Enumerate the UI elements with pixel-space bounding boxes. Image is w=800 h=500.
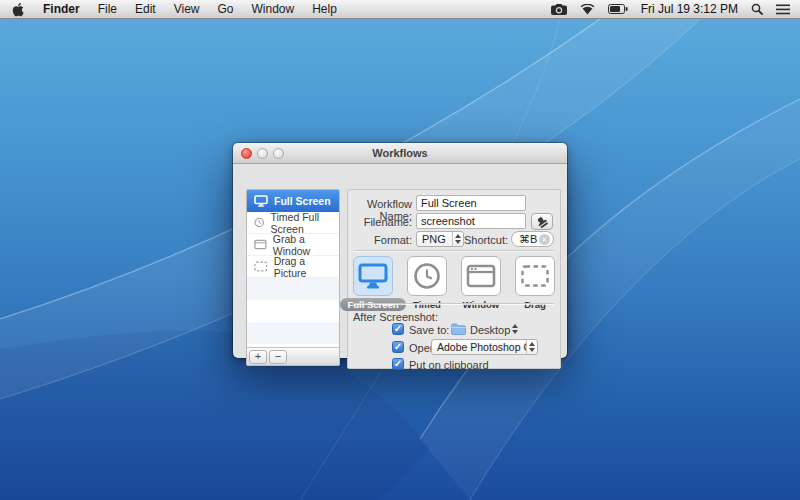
menu-view[interactable]: View [165, 0, 209, 18]
workflows-window: Workflows Full Screen Timed Full Screen [233, 143, 567, 358]
window-content: Full Screen Timed Full Screen Grab a Win… [233, 164, 567, 358]
apple-menu[interactable] [0, 0, 34, 18]
mode-label: Drag [524, 299, 546, 310]
menu-file[interactable]: File [89, 0, 126, 18]
sidebar-item-label: Full Screen [274, 195, 331, 207]
mode-label: Full Screen [340, 298, 405, 311]
mode-label: Window [463, 299, 499, 310]
workflow-list: Full Screen Timed Full Screen Grab a Win… [246, 189, 340, 366]
menu-window[interactable]: Window [243, 0, 304, 18]
clipboard-checkbox[interactable]: ✓ [392, 358, 404, 370]
drag-icon [254, 261, 268, 272]
open-in-value: Adobe Photoshop CS5 [432, 341, 526, 353]
sidebar-item-full-screen[interactable]: Full Screen [247, 190, 339, 212]
open-in-popup[interactable]: Adobe Photoshop CS5 [431, 339, 538, 355]
sidebar-item-grab-a-window[interactable]: Grab a Window [247, 234, 339, 256]
after-screenshot-title: After Screenshot: [353, 311, 438, 323]
filename-token-button[interactable] [531, 213, 553, 230]
mode-label: Timed [413, 299, 441, 310]
clock-icon [254, 216, 265, 229]
format-popup[interactable]: PNG [416, 231, 464, 247]
sidebar-item-label: Grab a Window [273, 233, 339, 257]
clear-shortcut-icon[interactable]: ✕ [539, 234, 550, 245]
save-to-value[interactable]: Desktop [470, 324, 510, 336]
format-label: Format: [348, 234, 412, 246]
wifi-menu-icon[interactable] [580, 4, 595, 15]
remove-workflow-button[interactable]: − [269, 350, 287, 364]
workflow-list-toolbar: + − [247, 347, 339, 365]
window-icon [254, 239, 267, 250]
workflow-list-empty-rows [247, 278, 339, 347]
folder-icon [451, 323, 466, 335]
format-value: PNG [417, 233, 452, 245]
menu-bar-clock[interactable]: Fri Jul 19 3:12 PM [641, 2, 738, 16]
popup-stepper-icon [526, 340, 537, 354]
menu-help[interactable]: Help [303, 0, 346, 18]
shortcut-label: Shortcut: [462, 234, 508, 246]
sidebar-item-label: Timed Full Screen [271, 211, 340, 235]
clock-icon [413, 262, 441, 290]
save-to-checkbox[interactable]: ✓ [392, 323, 404, 335]
window-title-bar[interactable]: Workflows [233, 143, 567, 164]
apple-logo-icon [11, 2, 24, 17]
save-to-stepper-icon[interactable] [512, 324, 518, 334]
shortcut-value: ⌘B [519, 233, 537, 246]
sidebar-item-timed-full-screen[interactable]: Timed Full Screen [247, 212, 339, 234]
window-icon [466, 264, 496, 288]
menu-bar: Finder File Edit View Go Window Help [0, 0, 800, 19]
section-divider [354, 250, 554, 251]
display-icon [358, 263, 388, 289]
add-workflow-button[interactable]: + [249, 350, 267, 364]
filename-input[interactable] [416, 213, 526, 229]
camera-menu-icon[interactable] [551, 4, 567, 15]
shortcut-field[interactable]: ⌘B ✕ [511, 231, 554, 247]
battery-menu-icon[interactable] [608, 4, 628, 14]
menu-edit[interactable]: Edit [126, 0, 165, 18]
workflow-name-input[interactable] [416, 195, 526, 211]
save-to-label: Save to: [409, 324, 449, 336]
workflow-detail-panel: Workflow Name: Filename: Format: PNG Sho… [347, 189, 561, 369]
clipboard-label: Put on clipboard [409, 359, 489, 371]
stamp-icon [536, 216, 548, 228]
filename-label: Filename: [348, 216, 412, 228]
display-icon [254, 195, 268, 207]
spotlight-search-icon[interactable] [751, 3, 763, 15]
drag-icon [520, 264, 550, 288]
menu-finder[interactable]: Finder [34, 0, 89, 18]
open-in-checkbox[interactable]: ✓ [392, 341, 404, 353]
section-divider [354, 303, 554, 304]
sidebar-item-drag-a-picture[interactable]: Drag a Picture [247, 256, 339, 278]
sidebar-item-label: Drag a Picture [274, 255, 339, 279]
menu-go[interactable]: Go [209, 0, 243, 18]
window-title: Workflows [233, 143, 567, 163]
notification-center-icon[interactable] [776, 4, 790, 15]
